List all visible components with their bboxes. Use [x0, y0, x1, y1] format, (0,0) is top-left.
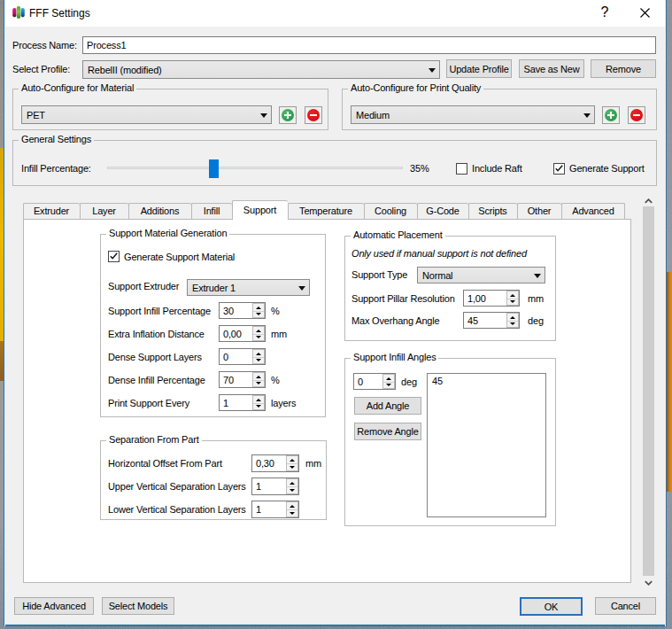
tab-advanced[interactable]: Advanced	[561, 203, 625, 219]
spin-buttons[interactable]	[252, 395, 265, 410]
remove-button[interactable]: Remove	[591, 59, 656, 78]
tab-additions[interactable]: Additions	[128, 203, 191, 219]
angle-unit: deg	[401, 373, 417, 390]
tab-support[interactable]: Support	[232, 200, 288, 220]
help-button[interactable]: ?	[595, 0, 614, 26]
row-label: Horizontal Offset From Part	[108, 454, 222, 472]
spin-up-icon	[510, 294, 515, 297]
tab-scripts[interactable]: Scripts	[468, 203, 517, 219]
spin-down-icon	[256, 359, 261, 361]
scrollbar-down-icon[interactable]	[645, 580, 653, 586]
infill-percentage-value: 35%	[410, 160, 429, 176]
spin-buttons[interactable]	[506, 313, 519, 328]
spin-buttons[interactable]	[252, 349, 265, 364]
profile-dropdown[interactable]: RebelII (modified)	[82, 60, 440, 79]
material-dropdown[interactable]: PET	[21, 105, 272, 124]
tab-infill[interactable]: Infill	[191, 203, 232, 219]
extra-inflation-distance-spinbox[interactable]: 0,00	[219, 325, 266, 342]
close-icon	[640, 8, 650, 18]
support-extruder-dropdown[interactable]: Extruder 1	[187, 279, 310, 296]
angles-listbox[interactable]: 45	[427, 373, 546, 517]
print-support-every-spinbox[interactable]: 1	[219, 394, 266, 411]
generate-support-label: Generate Support	[569, 160, 645, 176]
horizontal-offset-spinbox[interactable]: 0,30	[251, 454, 299, 472]
remove-angle-button[interactable]: Remove Angle	[354, 423, 421, 440]
lower-separation-spinbox[interactable]: 1	[251, 501, 299, 518]
process-name-value: Process1	[87, 40, 126, 50]
support-type-dropdown[interactable]: Normal	[417, 267, 545, 283]
tab-gcode[interactable]: G-Code	[417, 203, 468, 219]
add-quality-button[interactable]	[602, 106, 620, 124]
scrollbar-thumb[interactable]	[643, 206, 654, 576]
update-profile-button[interactable]: Update Profile	[446, 59, 512, 78]
quality-dropdown[interactable]: Medium	[351, 105, 595, 124]
spin-down-icon	[386, 384, 391, 386]
profile-value: RebelII (modified)	[88, 65, 162, 75]
spin-value: 1	[223, 394, 228, 411]
add-angle-button[interactable]: Add Angle	[354, 397, 421, 415]
spin-up-icon	[256, 353, 261, 355]
infill-slider-handle[interactable]	[209, 159, 219, 178]
spin-buttons[interactable]	[506, 291, 519, 306]
row-unit: %	[271, 371, 280, 388]
automatic-placement-group: Automatic Placement Only used if manual …	[344, 236, 556, 341]
scrollbar-up-icon[interactable]	[645, 198, 653, 204]
tab-other[interactable]: Other	[517, 203, 561, 219]
add-material-button[interactable]	[279, 106, 297, 124]
spin-down-icon	[256, 336, 261, 338]
support-infill-percentage-spinbox[interactable]: 30	[219, 302, 266, 319]
cancel-button[interactable]: Cancel	[595, 597, 656, 615]
spin-down-icon	[290, 489, 295, 492]
infill-slider-track[interactable]	[107, 167, 403, 169]
spin-up-icon	[386, 377, 391, 380]
remove-quality-button[interactable]	[628, 106, 645, 124]
spin-buttons[interactable]	[252, 326, 265, 341]
spin-up-icon	[256, 330, 261, 332]
dropdown-arrow-icon	[429, 68, 436, 73]
dense-support-layers-spinbox[interactable]: 0	[219, 348, 266, 365]
row-unit: mm	[528, 290, 544, 307]
spin-buttons[interactable]	[252, 372, 265, 387]
vertical-scrollbar[interactable]	[642, 197, 655, 592]
generate-support-material-checkbox[interactable]	[108, 251, 120, 262]
support-type-value: Normal	[422, 270, 452, 281]
tab-layer[interactable]: Layer	[80, 203, 128, 219]
spin-buttons[interactable]	[286, 501, 298, 517]
tab-cooling[interactable]: Cooling	[364, 203, 417, 219]
title-bar[interactable]: FFF Settings ?	[5, 0, 665, 27]
row-unit: mm	[271, 325, 287, 342]
hide-advanced-button[interactable]: Hide Advanced	[14, 597, 94, 615]
max-overhang-spinbox[interactable]: 45	[463, 312, 520, 329]
spin-buttons[interactable]	[286, 478, 298, 494]
angle-list-item[interactable]: 45	[432, 376, 443, 386]
spin-down-icon	[290, 512, 295, 515]
remove-material-button[interactable]	[305, 106, 322, 124]
general-settings-title: General Settings	[19, 134, 94, 144]
tab-temperature[interactable]: Temperature	[288, 203, 364, 219]
process-name-input[interactable]: Process1	[82, 36, 656, 54]
generate-support-checkbox[interactable]	[553, 163, 565, 175]
save-as-new-button[interactable]: Save as New	[519, 59, 584, 78]
select-models-button[interactable]: Select Models	[102, 597, 174, 615]
spin-buttons[interactable]	[382, 374, 395, 389]
angle-spinbox[interactable]: 0	[353, 373, 396, 390]
tab-extruder[interactable]: Extruder	[23, 203, 80, 219]
pillar-resolution-spinbox[interactable]: 1,00	[463, 290, 520, 307]
ok-button[interactable]: OK	[520, 597, 583, 616]
auto-material-title: Auto-Configure for Material	[19, 82, 136, 93]
support-extruder-label: Support Extruder	[108, 277, 179, 295]
include-raft-checkbox[interactable]	[456, 163, 467, 175]
row-unit: layers	[271, 394, 296, 411]
support-infill-angles-group: Support Infill Angles 0 deg Add Angle Re…	[344, 358, 556, 526]
spin-buttons[interactable]	[286, 455, 298, 471]
close-button[interactable]	[635, 0, 658, 27]
dense-infill-percentage-spinbox[interactable]: 70	[219, 371, 266, 388]
support-extruder-value: Extruder 1	[192, 283, 236, 293]
support-type-label: Support Type	[351, 266, 407, 283]
auto-quality-title: Auto-Configure for Print Quality	[348, 82, 483, 93]
spin-buttons[interactable]	[252, 303, 265, 318]
upper-separation-spinbox[interactable]: 1	[251, 478, 299, 495]
spin-down-icon	[256, 313, 261, 315]
spin-value: 0	[223, 348, 228, 365]
generate-support-material-label: Generate Support Material	[124, 249, 235, 265]
